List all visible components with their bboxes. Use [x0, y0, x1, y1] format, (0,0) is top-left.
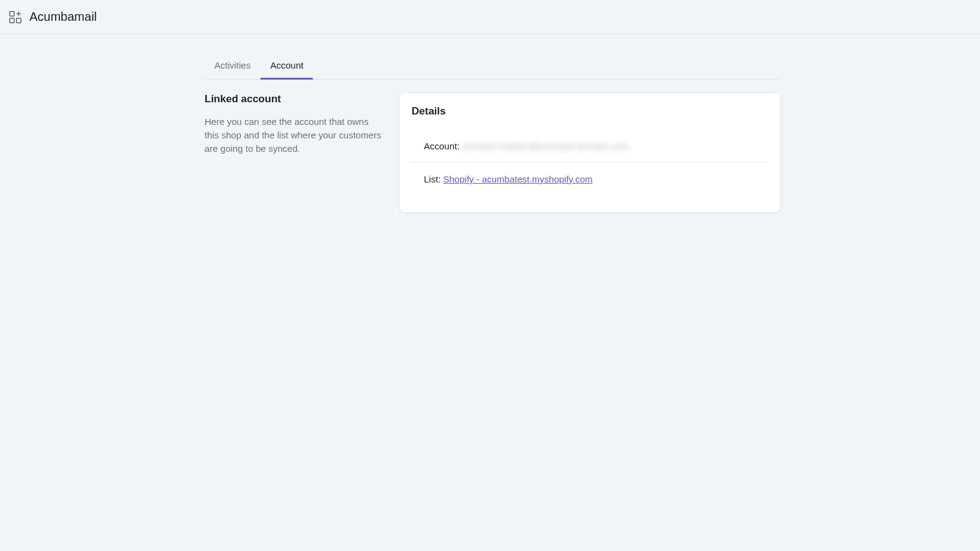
main-row: Linked account Here you can see the acco…	[202, 93, 780, 212]
svg-rect-2	[17, 18, 21, 22]
app-logo-icon	[9, 10, 22, 24]
list-label: List:	[424, 174, 441, 184]
app-title: Acumbamail	[29, 10, 97, 24]
account-value-masked: johndoe+hidden@example-domain.com	[462, 141, 628, 151]
account-label: Account:	[424, 141, 459, 151]
list-link[interactable]: Shopify - acumbatest.myshopify.com	[443, 174, 593, 184]
details-card-title: Details	[399, 105, 780, 130]
app-header: Acumbamail	[0, 0, 980, 34]
section-description: Linked account Here you can see the acco…	[202, 93, 382, 212]
tab-bar: Activities Account	[202, 53, 780, 80]
tab-account[interactable]: Account	[260, 53, 313, 79]
tab-activities[interactable]: Activities	[205, 53, 260, 79]
svg-rect-0	[10, 11, 14, 15]
content-wrapper: Activities Account Linked account Here y…	[200, 34, 780, 212]
detail-row-list: List: Shopify - acumbatest.myshopify.com	[399, 163, 780, 195]
detail-row-account: Account: johndoe+hidden@example-domain.c…	[399, 130, 780, 162]
details-card: Details Account: johndoe+hidden@example-…	[399, 93, 780, 212]
svg-rect-1	[10, 18, 14, 22]
section-description-text: Here you can see the account that owns t…	[205, 115, 382, 155]
section-title: Linked account	[205, 93, 382, 105]
